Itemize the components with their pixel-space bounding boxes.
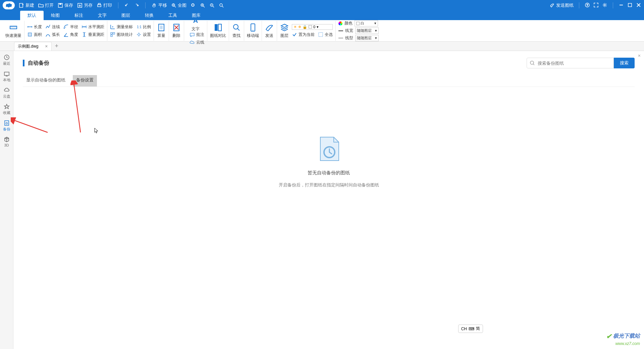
print-button[interactable]: 打印 <box>97 2 112 8</box>
fullscreen-icon[interactable] <box>593 2 599 9</box>
continuous-button[interactable]: 连续 <box>45 24 60 30</box>
title-bar: 新建 打开 保存 另存 打印 平移 全图 发送图纸 ? <box>0 0 644 11</box>
file-tab-close[interactable]: × <box>45 44 48 49</box>
svg-text:A: A <box>193 17 198 24</box>
empty-state: 暂无自动备份的图纸 开启备份后，打开图纸在指定间隔时间自动备份图纸 <box>23 134 635 188</box>
tab-convert[interactable]: 转换 <box>138 11 161 20</box>
svg-rect-16 <box>10 26 17 29</box>
fullview-button[interactable]: 全图 <box>171 2 186 8</box>
zoom-window-button[interactable] <box>191 3 196 8</box>
svg-rect-15 <box>628 3 632 7</box>
arc-button[interactable]: 弧长 <box>45 32 60 38</box>
batch-button[interactable]: 批注 <box>190 32 204 38</box>
lwidth-property[interactable]: 线宽随随图层▾ <box>338 27 379 34</box>
svg-rect-22 <box>111 35 112 37</box>
hdist-button[interactable]: 水平测距 <box>82 24 104 30</box>
search-button[interactable]: 搜索 <box>614 58 635 68</box>
svg-point-32 <box>253 30 253 31</box>
mobile-button[interactable]: 移动端 <box>247 23 259 39</box>
setcurrent-button[interactable]: 置为当前 <box>292 32 315 38</box>
blockstat-button[interactable]: 图块统计 <box>110 32 133 38</box>
empty-subtitle: 开启备份后，打开图纸在指定间隔时间自动备份图纸 <box>279 182 379 188</box>
redo-button[interactable] <box>134 3 139 8</box>
zoom-out-button[interactable] <box>209 3 215 8</box>
sidebar-cloud[interactable]: 云盘 <box>3 87 10 99</box>
radius-button[interactable]: 半径 <box>63 24 78 30</box>
svg-rect-17 <box>28 33 32 36</box>
scale-button[interactable]: 1:1比例 <box>136 24 151 30</box>
svg-rect-4 <box>98 5 101 7</box>
sidebar-recent[interactable]: 最近 <box>3 54 10 66</box>
svg-rect-27 <box>190 33 194 36</box>
svg-rect-0 <box>19 3 23 7</box>
send-button[interactable]: 发送 <box>265 23 274 39</box>
coord-button[interactable]: 测量坐标 <box>110 24 133 30</box>
svg-text:?: ? <box>586 3 588 7</box>
maximize-button[interactable] <box>627 2 633 9</box>
color-property[interactable]: 颜色白▾ <box>338 20 379 26</box>
sum-button[interactable]: 算量 <box>157 23 166 39</box>
subtab-backup-settings[interactable]: 备份设置 <box>73 75 97 86</box>
sidebar-local[interactable]: 本地 <box>3 71 10 82</box>
sidebar-backup[interactable]: 备份 <box>3 120 10 132</box>
svg-text:1:1: 1:1 <box>137 25 142 29</box>
find-button[interactable]: 查找 <box>232 23 241 39</box>
open-button[interactable]: 打开 <box>38 2 54 8</box>
subtab-show-backups[interactable]: 显示自动备份的图纸 <box>23 75 69 86</box>
new-button[interactable]: 新建 <box>19 2 34 8</box>
tab-default[interactable]: 默认 <box>20 11 44 20</box>
save-button[interactable]: 保存 <box>58 2 73 8</box>
cloud-button[interactable]: 云线 <box>190 40 204 45</box>
empty-backup-icon <box>314 134 344 164</box>
empty-title: 暂无自动备份的图纸 <box>308 170 350 176</box>
file-tab-add[interactable]: + <box>55 43 59 50</box>
ime-indicator[interactable]: CH⌨简 <box>458 325 483 333</box>
vdist-button[interactable]: 垂直测距 <box>82 32 104 38</box>
app-logo <box>3 1 15 9</box>
tab-tools[interactable]: 工具 <box>161 11 184 20</box>
tab-draw[interactable]: 绘图 <box>44 11 67 20</box>
svg-point-30 <box>233 24 238 29</box>
minimize-button[interactable] <box>619 2 624 9</box>
settings-icon[interactable] <box>602 2 607 9</box>
delete-button[interactable]: 删除 <box>172 23 181 39</box>
zoom-extent-button[interactable] <box>219 3 224 8</box>
svg-rect-28 <box>215 24 218 31</box>
watermark: ✔ 极光下载站 www.xz7.com <box>606 332 640 346</box>
svg-point-11 <box>220 4 222 6</box>
layer-state-bar[interactable]: ☀❄🔒0▾ <box>292 24 333 30</box>
length-button[interactable]: 长度 <box>27 24 42 30</box>
layer-button[interactable]: 图层 <box>280 23 289 39</box>
sidebar-3d[interactable]: 3D <box>4 136 10 147</box>
compare-button[interactable]: 图纸对比 <box>210 23 226 39</box>
selectall-button[interactable]: 全选 <box>318 32 333 38</box>
pan-button[interactable]: 平移 <box>152 2 167 8</box>
area-button[interactable]: 面积 <box>27 32 42 38</box>
panel-close-icon[interactable]: × <box>638 53 641 58</box>
search-input[interactable] <box>527 58 614 68</box>
undo-button[interactable] <box>124 3 130 8</box>
tab-layer[interactable]: 图层 <box>114 11 138 20</box>
text-button[interactable]: A文字 <box>191 16 200 32</box>
menu-tabs: 默认 绘图 标注 文字 图层 转换 工具 图库 <box>0 11 644 20</box>
content-panel: × 自动备份 搜索 显示自动备份的图纸 备份设置 暂无自动备 <box>13 51 644 349</box>
tab-text[interactable]: 文字 <box>91 11 114 20</box>
svg-rect-35 <box>4 72 9 75</box>
svg-rect-5 <box>98 3 100 5</box>
file-tab[interactable]: 示例图.dwg × <box>14 42 52 51</box>
svg-rect-21 <box>113 33 115 34</box>
angle-button[interactable]: 角度 <box>63 32 78 38</box>
saveas-button[interactable]: 另存 <box>77 2 93 8</box>
svg-point-14 <box>604 4 605 6</box>
ribbon-settings-button[interactable]: 设置 <box>136 32 151 38</box>
svg-rect-8 <box>192 4 194 6</box>
help-icon[interactable]: ? <box>585 2 590 9</box>
svg-rect-33 <box>319 33 323 37</box>
quick-measure-button[interactable]: 快速测量 <box>5 23 21 39</box>
zoom-in-button[interactable] <box>200 3 205 8</box>
send-drawing-button[interactable]: 发送图纸 <box>549 2 574 8</box>
close-button[interactable] <box>636 2 641 9</box>
sidebar-favorite[interactable]: 收藏 <box>3 104 10 115</box>
tab-annotate[interactable]: 标注 <box>67 11 91 20</box>
ltype-property[interactable]: 线型随随图层▾ <box>338 35 379 41</box>
